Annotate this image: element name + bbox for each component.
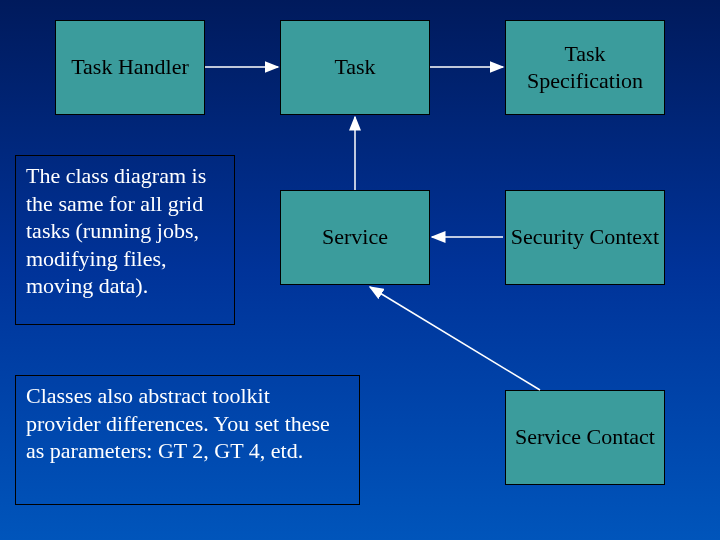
note-class-diagram-text: The class diagram is the same for all gr… <box>26 163 206 298</box>
box-service-contact-label: Service Contact <box>515 424 655 450</box>
box-service-label: Service <box>322 224 388 250</box>
box-task-specification-label: Task Specification <box>506 41 664 94</box>
note-class-diagram: The class diagram is the same for all gr… <box>15 155 235 325</box>
box-task-specification: Task Specification <box>505 20 665 115</box>
box-task-handler: Task Handler <box>55 20 205 115</box>
box-service: Service <box>280 190 430 285</box>
box-task: Task <box>280 20 430 115</box>
arrow-servicecontact-to-service <box>370 287 540 390</box>
box-security-context: Security Context <box>505 190 665 285</box>
box-task-label: Task <box>334 54 375 80</box>
note-toolkit-text: Classes also abstract toolkit provider d… <box>26 383 330 463</box>
box-task-handler-label: Task Handler <box>71 54 189 80</box>
note-toolkit: Classes also abstract toolkit provider d… <box>15 375 360 505</box>
box-service-contact: Service Contact <box>505 390 665 485</box>
box-security-context-label: Security Context <box>511 224 659 250</box>
